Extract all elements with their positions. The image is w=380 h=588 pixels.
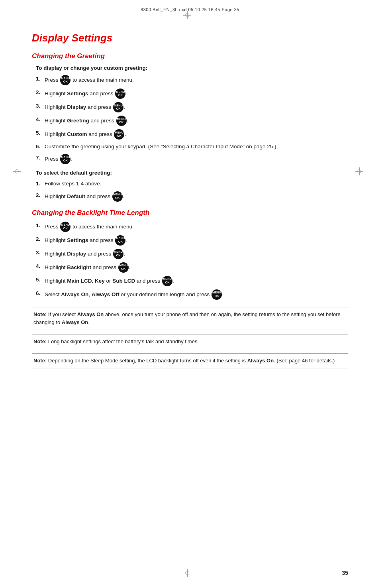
step-num: 6. <box>36 289 45 297</box>
crosshair-bottom-center <box>183 569 191 577</box>
header-text: 8300 Bell_EN_3b.qxd 05.10.25 16:45 Page … <box>141 7 239 12</box>
step-text: Highlight Default and press MENUOK. <box>45 191 348 202</box>
step-text: Highlight Display and press MENUOK. <box>45 249 348 259</box>
step-3-backlight: 3. Highlight Display and press MENUOK. <box>36 249 348 259</box>
note-label: Note: <box>33 358 47 364</box>
step-7-greeting: 7. Press MENUOK. <box>36 154 348 164</box>
menu-ok-icon: MENUOK <box>162 276 172 286</box>
menu-ok-icon: MENUOK <box>60 222 71 232</box>
step-1-default: 1. Follow steps 1-4 above. <box>36 180 348 188</box>
step-text: Highlight Display and press MENUOK. <box>45 102 348 112</box>
step-text: Select Always On, Always Off or your def… <box>45 289 348 300</box>
menu-ok-icon: MENUOK <box>212 289 222 300</box>
step-num: 7. <box>36 154 45 162</box>
step-1-backlight: 1. Press MENUOK to access the main menu. <box>36 222 348 232</box>
step-num: 3. <box>36 102 45 110</box>
subsection-default-greeting: To select the default greeting: 1. Follo… <box>32 170 348 201</box>
step-4-backlight: 4. Highlight Backlight and press MENUOK. <box>36 262 348 273</box>
step-6-greeting: 6. Customize the greeting using your key… <box>36 143 348 151</box>
step-num: 6. <box>36 143 45 151</box>
step-3-greeting: 3. Highlight Display and press MENUOK. <box>36 102 348 112</box>
margin-line-right <box>359 24 359 564</box>
steps-default-greeting: 1. Follow steps 1-4 above. 2. Highlight … <box>36 180 348 201</box>
intro-custom-greeting: To display or change your custom greetin… <box>36 65 348 71</box>
subsection-custom-greeting: To display or change your custom greetin… <box>32 65 348 164</box>
intro-default-greeting: To select the default greeting: <box>36 170 348 176</box>
step-text: Highlight Greeting and press MENUOK. <box>45 116 348 126</box>
menu-ok-icon: MENUOK <box>113 102 123 112</box>
step-6-backlight: 6. Select Always On, Always Off or your … <box>36 289 348 300</box>
step-num: 4. <box>36 262 45 270</box>
menu-ok-icon: MENUOK <box>115 235 125 246</box>
step-text: Highlight Backlight and press MENUOK. <box>45 262 348 273</box>
crosshair-left-middle <box>13 167 21 175</box>
note-2: Note: Long backlight settings affect the… <box>32 334 348 349</box>
step-text: Highlight Main LCD, Key or Sub LCD and p… <box>45 276 348 286</box>
menu-ok-icon: MENUOK <box>60 154 71 164</box>
step-text: Highlight Settings and press MENUOK. <box>45 235 348 246</box>
step-num: 3. <box>36 249 45 257</box>
step-num: 5. <box>36 129 45 137</box>
step-num: 1. <box>36 222 45 230</box>
step-num: 1. <box>36 75 45 83</box>
note-3: Note: Depending on the Sleep Mode settin… <box>32 353 348 368</box>
step-text: Press MENUOK. <box>45 154 348 164</box>
menu-ok-icon: MENUOK <box>60 75 71 85</box>
menu-ok-icon: MENUOK <box>115 88 125 99</box>
page-header: 8300 Bell_EN_3b.qxd 05.10.25 16:45 Page … <box>24 7 356 12</box>
section-heading-greeting: Changing the Greeting <box>32 52 348 60</box>
step-4-greeting: 4. Highlight Greeting and press MENUOK. <box>36 116 348 126</box>
menu-ok-icon: MENUOK <box>118 262 129 273</box>
step-text: Follow steps 1-4 above. <box>45 180 348 188</box>
step-5-backlight: 5. Highlight Main LCD, Key or Sub LCD an… <box>36 276 348 286</box>
step-5-greeting: 5. Highlight Custom and press MENUOK. <box>36 129 348 140</box>
step-1-greeting: 1. Press MENUOK to access the main menu. <box>36 75 348 85</box>
page-container: 8300 Bell_EN_3b.qxd 05.10.25 16:45 Page … <box>0 0 380 588</box>
note-label: Note: <box>33 311 47 317</box>
menu-ok-icon: MENUOK <box>114 129 124 140</box>
menu-ok-icon: MENUOK <box>112 191 123 202</box>
note-1: Note: If you select Always On above, onc… <box>32 307 348 330</box>
section-heading-backlight: Changing the Backlight Time Length <box>32 209 348 217</box>
page-title: Display Settings <box>32 32 348 44</box>
step-2-greeting: 2. Highlight Settings and press MENUOK. <box>36 88 348 99</box>
step-num: 5. <box>36 276 45 284</box>
step-text: Press MENUOK to access the main menu. <box>45 222 348 232</box>
step-num: 2. <box>36 88 45 96</box>
step-num: 4. <box>36 116 45 124</box>
section-backlight: Changing the Backlight Time Length 1. Pr… <box>32 209 348 300</box>
step-text: Customize the greeting using your keypad… <box>45 143 348 151</box>
menu-ok-icon: MENUOK <box>116 116 127 126</box>
step-text: Highlight Settings and press MENUOK. <box>45 88 348 99</box>
crosshair-top-center <box>183 11 191 19</box>
step-2-default: 2. Highlight Default and press MENUOK. <box>36 191 348 202</box>
menu-ok-icon: MENUOK <box>113 249 123 259</box>
page-number: 35 <box>342 570 348 576</box>
note-label: Note: <box>33 338 47 344</box>
step-text: Press MENUOK to access the main menu. <box>45 75 348 85</box>
step-num: 1. <box>36 180 45 188</box>
main-content: Display Settings Changing the Greeting T… <box>32 32 348 564</box>
step-text: Highlight Custom and press MENUOK. <box>45 129 348 140</box>
step-num: 2. <box>36 235 45 243</box>
steps-custom-greeting: 1. Press MENUOK to access the main menu.… <box>36 75 348 164</box>
step-2-backlight: 2. Highlight Settings and press MENUOK. <box>36 235 348 246</box>
step-num: 2. <box>36 191 45 199</box>
steps-backlight: 1. Press MENUOK to access the main menu.… <box>36 222 348 300</box>
margin-line-left <box>21 24 21 564</box>
crosshair-right-middle <box>355 167 363 175</box>
section-greeting: Changing the Greeting To display or chan… <box>32 52 348 202</box>
